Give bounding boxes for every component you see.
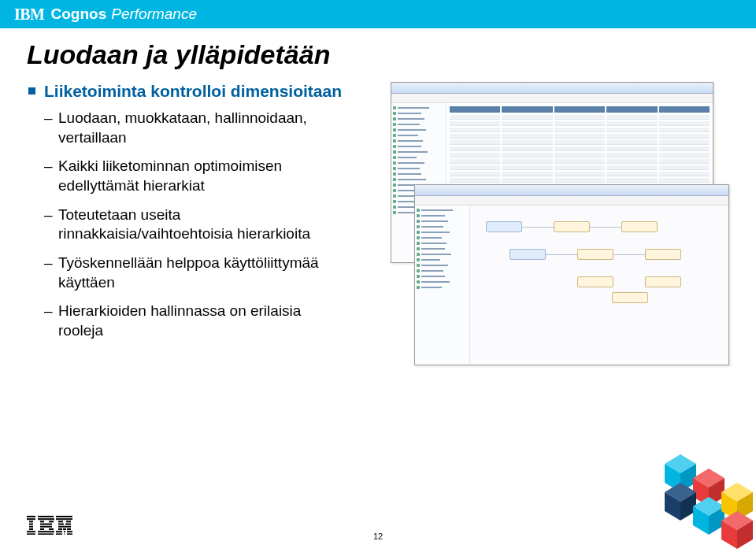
- svg-rect-6: [29, 521, 33, 522]
- sub-item: Toteutetaan useita rinnakkaisia/vaihtoeh…: [44, 206, 343, 244]
- svg-rect-14: [65, 524, 71, 525]
- bullet-item: Liiketoiminta kontrolloi dimensioitaan L…: [28, 81, 359, 341]
- sub-item: Hierarkioiden hallinnassa on erilaisia r…: [44, 302, 343, 340]
- svg-rect-2: [56, 516, 72, 517]
- corner-cubes-icon: [614, 450, 756, 552]
- svg-rect-16: [40, 526, 52, 528]
- svg-rect-29: [67, 531, 72, 532]
- svg-rect-0: [27, 516, 35, 517]
- svg-rect-17: [58, 526, 65, 528]
- svg-rect-23: [63, 528, 66, 530]
- header-cognos: Cognos: [51, 6, 107, 23]
- svg-rect-13: [58, 524, 64, 525]
- svg-rect-8: [49, 521, 54, 522]
- header-ibm: IBM: [14, 6, 45, 24]
- sub-item: Kaikki liiketominnan optimoimisen edelly…: [44, 157, 343, 195]
- svg-rect-3: [27, 518, 35, 520]
- svg-rect-28: [64, 531, 65, 532]
- sub-list: Luodaan, muokkataan, hallinnoidaan, vert…: [44, 109, 359, 341]
- svg-rect-11: [29, 524, 33, 525]
- ibm-logo-icon: [27, 516, 72, 538]
- sub-item: Luodaan, muokkataan, hallinnoidaan, vert…: [44, 109, 343, 147]
- svg-rect-12: [40, 524, 52, 525]
- svg-rect-7: [40, 521, 44, 522]
- svg-rect-27: [56, 531, 62, 532]
- svg-rect-34: [67, 533, 72, 535]
- svg-rect-30: [27, 533, 35, 535]
- svg-rect-22: [58, 528, 62, 530]
- svg-rect-24: [67, 528, 71, 530]
- screenshot-diagram: [414, 184, 729, 365]
- slide-content: Luodaan ja ylläpidetään Liiketoiminta ko…: [0, 28, 756, 341]
- svg-rect-5: [56, 518, 72, 520]
- sub-item: Työskennellään helppoa käyttöliittymää k…: [44, 254, 343, 292]
- svg-rect-25: [27, 531, 35, 532]
- header-bar: IBM Cognos Performance: [0, 0, 756, 28]
- svg-rect-1: [38, 516, 54, 517]
- svg-rect-32: [56, 533, 62, 535]
- svg-rect-4: [38, 518, 54, 520]
- page-number: 12: [373, 532, 383, 541]
- svg-rect-31: [38, 533, 54, 535]
- svg-rect-10: [66, 521, 71, 522]
- svg-rect-15: [29, 526, 33, 528]
- svg-rect-26: [38, 531, 54, 532]
- svg-rect-21: [49, 528, 54, 530]
- header-performance: Performance: [111, 6, 197, 23]
- bullet-label: Liiketoiminta kontrolloi dimensioitaan: [44, 82, 342, 100]
- svg-rect-18: [65, 526, 71, 528]
- svg-rect-33: [65, 533, 65, 535]
- svg-rect-19: [29, 528, 33, 530]
- svg-rect-9: [58, 521, 63, 522]
- screenshot-thumbnails: [391, 82, 729, 381]
- page-title: Luodaan ja ylläpidetään: [27, 39, 729, 70]
- svg-rect-20: [40, 528, 44, 530]
